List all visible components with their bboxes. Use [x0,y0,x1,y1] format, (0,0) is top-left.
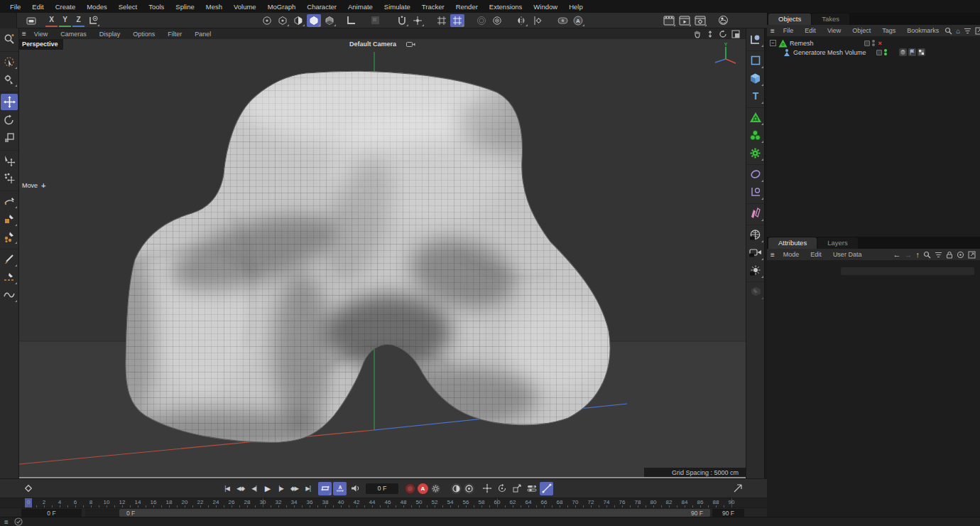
om-menu-view[interactable]: View [822,27,846,34]
live-selection-tool-icon[interactable] [1,53,18,70]
spline-smooth-tool-icon[interactable] [1,286,18,303]
material-pen-icon[interactable] [747,283,764,300]
points-mode-icon[interactable] [276,14,290,27]
layer-toggle-icon[interactable] [876,50,882,55]
om-search-icon[interactable] [944,27,952,35]
preview-range-bar[interactable]: 0 F 90 F [119,509,710,517]
om-home-icon[interactable]: ⌂ [956,27,960,35]
modeling-settings-icon[interactable] [530,14,544,27]
menu-select[interactable]: Select [113,3,143,11]
capsule-icon[interactable] [555,14,570,27]
attribute-manager-menu-icon[interactable]: ≡ [771,251,775,259]
soft-move-tool-icon[interactable] [1,170,18,186]
am-menu-user-data[interactable]: User Data [827,251,868,258]
dolly-icon[interactable] [706,30,714,38]
plane-primitive-icon[interactable] [747,52,764,69]
tree-row-volume-mesher[interactable]: Generatore Mesh Volume [767,48,980,57]
volume-builder-icon[interactable] [747,127,764,144]
menu-animate[interactable]: Animate [342,3,379,11]
orbit-icon[interactable] [719,30,727,38]
om-menu-bookmarks[interactable]: Bookmarks [901,27,944,34]
menu-extensions[interactable]: Extensions [484,3,528,11]
object-name-label[interactable]: Generatore Mesh Volume [793,49,866,56]
am-expand-icon[interactable] [968,251,976,259]
snap-settings-icon[interactable] [410,14,425,27]
am-filter-icon[interactable] [935,252,942,258]
om-menu-object[interactable]: Object [846,27,876,34]
enable-toggle-off-icon[interactable]: × [878,40,882,47]
spline-disc-icon[interactable] [747,166,764,183]
viewport-menu-view[interactable]: View [28,31,54,38]
camera-icon[interactable] [406,41,415,48]
polygons-mode-icon[interactable] [307,14,321,27]
axis-x-button[interactable]: X [45,14,58,27]
menu-help[interactable]: Help [563,3,589,11]
visibility-dots[interactable] [884,49,887,55]
scale-tool-icon[interactable] [1,129,18,146]
scene-camera-icon[interactable] [747,244,764,261]
menu-mesh[interactable]: Mesh [200,3,228,11]
timeline-corner-icon[interactable] [731,482,744,495]
goto-end-button[interactable]: ▶| [301,482,315,495]
axis-z-button[interactable]: Z [72,14,85,27]
am-menu-edit[interactable]: Edit [805,251,827,258]
am-back-icon[interactable]: ← [893,250,901,259]
om-menu-edit[interactable]: Edit [799,27,822,34]
menu-window[interactable]: Window [528,3,563,11]
spline-guide-icon[interactable] [747,183,764,200]
menu-create[interactable]: Create [50,3,82,11]
previous-key-button[interactable]: ◀◆ [234,482,247,495]
tree-row-remesh[interactable]: − Remesh × [767,38,980,48]
menu-edit[interactable]: Edit [26,3,49,11]
record-position-icon[interactable] [480,482,494,495]
remesh-generator-icon[interactable] [747,109,764,126]
generator-gear-icon[interactable] [747,144,764,161]
projection-icon[interactable] [474,14,489,27]
record-button[interactable] [405,483,415,494]
object-name-label[interactable]: Remesh [790,40,814,47]
range-end-field[interactable]: 90 F [712,509,744,517]
viewport-menu-cameras[interactable]: Cameras [54,31,93,38]
viewport-menu-icon[interactable]: ≡ [22,30,26,38]
line-cut-tool-icon[interactable] [1,269,18,285]
workplane-icon[interactable] [435,14,449,27]
viewport-menu-panel[interactable]: Panel [188,31,217,38]
next-key-button[interactable]: ◆▶ [288,482,301,495]
autokey-button[interactable]: A [418,483,428,494]
texture-mode-icon[interactable] [368,14,382,27]
keyframe-diamond-icon[interactable] [21,482,35,495]
rotate-tool-icon[interactable] [1,112,18,128]
viewport-menu-filter[interactable]: Filter [161,31,188,38]
om-filter-icon[interactable] [964,28,971,34]
edges-mode-icon[interactable] [291,14,305,27]
default-camera-label[interactable]: Default Camera [349,41,396,48]
simulate-dot-icon[interactable] [260,14,274,27]
key-interpolation-icon[interactable] [464,483,474,494]
sound-button[interactable] [348,482,361,495]
record-scale-icon[interactable] [510,482,523,495]
text-spline-icon[interactable]: T [747,87,764,104]
undo-history-icon[interactable] [24,14,38,27]
menu-simulate[interactable]: Simulate [379,3,416,11]
deformer-icon[interactable] [747,205,764,222]
axis-mode-icon[interactable] [344,14,358,27]
record-parameter-icon[interactable] [525,482,538,495]
current-frame-field[interactable]: 0 F [366,483,398,494]
timeline-ruler[interactable]: 0246810121416182022242628303234363840424… [0,498,767,508]
polygon-pen-tool-icon[interactable] [1,210,18,227]
record-pla-icon[interactable] [540,482,553,495]
viewport-canvas[interactable]: Perspective Default Camera Move + Y [19,39,746,478]
menu-modes[interactable]: Modes [81,3,113,11]
null-object-icon[interactable] [747,31,764,48]
coordinate-system-icon[interactable] [86,14,100,27]
am-up-icon[interactable]: ↑ [916,250,920,259]
transform-tool-icon[interactable] [1,152,18,168]
next-frame-button[interactable]: |▶ [274,482,288,495]
toggle-view-icon[interactable] [731,30,740,38]
phong-tag-icon[interactable] [899,48,907,56]
menu-spline[interactable]: Spline [170,3,200,11]
viewport-menu-options[interactable]: Options [126,31,161,38]
move-tool-icon[interactable] [1,94,18,110]
render-settings-icon[interactable] [693,14,707,27]
menu-volume[interactable]: Volume [228,3,262,11]
